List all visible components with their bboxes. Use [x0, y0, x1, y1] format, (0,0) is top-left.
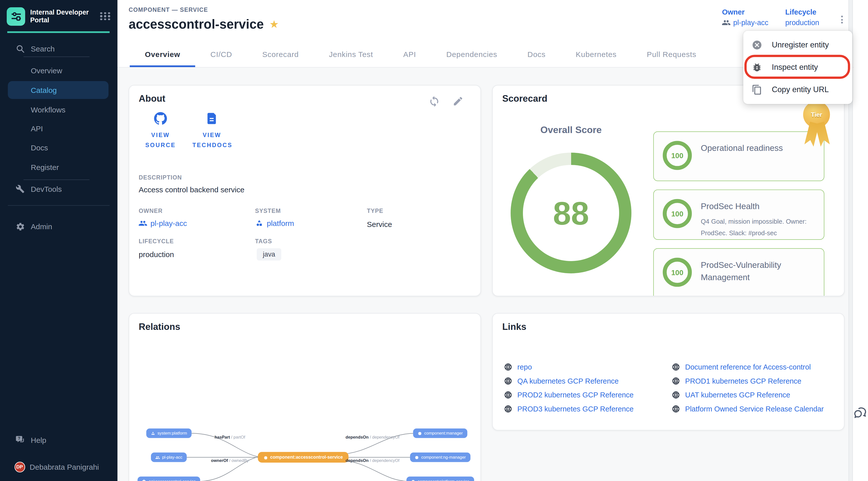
copy-icon — [752, 84, 762, 95]
sidebar-item-devtools[interactable]: DevTools — [0, 181, 118, 197]
sidebar-item-overview[interactable]: Overview — [8, 62, 108, 79]
link-document-reference[interactable]: Document reference for Access-control — [672, 363, 824, 371]
view-techdocs-link[interactable]: VIEW TECHDOCS — [188, 112, 235, 150]
score-item-prodsec-vulnerability[interactable]: 100 ProdSec-Vulnerability Management — [653, 248, 824, 296]
type-field-value: Service — [367, 220, 392, 228]
tab-kubernetes[interactable]: Kubernetes — [561, 42, 632, 67]
scorecard-card: Scorecard Overall Score 88 Tier 100 Oper… — [492, 85, 845, 296]
chip-icon — [414, 455, 419, 460]
tab-scorecard[interactable]: Scorecard — [247, 42, 314, 67]
score-item-prodsec-health[interactable]: 100 ProdSec Health Q4 Goal, mission impo… — [653, 190, 824, 240]
app-title: Internal Developer Portal — [30, 8, 95, 24]
tab-jenkins-test[interactable]: Jenkins Test — [314, 42, 388, 67]
edge-label-dependson-1: dependsOn / dependencyOf — [346, 435, 400, 440]
sidebar-divider — [8, 205, 110, 205]
graph-node-component-accesscontrol-service[interactable]: component:accesscontrol-service — [258, 452, 348, 462]
globe-icon — [672, 363, 680, 371]
sidebar-item-help[interactable]: ? Help — [0, 431, 118, 448]
link-prod1-kubernetes[interactable]: PROD1 kubernetes GCP Reference — [672, 377, 824, 385]
owner-label: Owner — [722, 8, 769, 16]
edge-label-haspart: hasPart / partOf — [215, 435, 245, 440]
chip-icon — [264, 455, 268, 460]
user-avatar: DP — [14, 461, 25, 473]
graph-node-component-manager[interactable]: component:manager — [413, 428, 467, 438]
score-item-operational-readiness[interactable]: 100 Operational readiness — [653, 131, 824, 181]
tab-dependencies[interactable]: Dependencies — [431, 42, 513, 67]
page-title: accesscontrol-service — [129, 17, 264, 32]
group-icon — [138, 219, 147, 227]
edit-button[interactable] — [452, 96, 465, 108]
overall-score-gauge: 88 — [510, 153, 631, 274]
graph-node-system-platform[interactable]: system:platform — [146, 428, 191, 438]
sidebar-item-label: Overview — [31, 66, 62, 74]
tab-docs[interactable]: Docs — [513, 42, 561, 67]
link-uat-kubernetes[interactable]: UAT kubernetes GCP Reference — [672, 391, 824, 399]
link-prod3-kubernetes[interactable]: PROD3 kubernetes GCP Reference — [504, 405, 672, 413]
graph-node-component-ng-manager[interactable]: component:ng-manager — [410, 453, 470, 462]
help-chat-icon: ? — [14, 434, 26, 446]
tab-api[interactable]: API — [388, 42, 431, 67]
sidebar-item-api[interactable]: API — [8, 120, 108, 137]
edge-label-dependson-2: dependsOn / dependencyOf — [346, 458, 400, 463]
menu-item-inspect-entity[interactable]: Inspect entity — [743, 56, 852, 78]
owner-value: pl-play-acc — [733, 18, 768, 27]
lifecycle-value: production — [785, 18, 819, 27]
apps-grid-icon[interactable] — [100, 12, 111, 20]
lifecycle-label: Lifecycle — [785, 8, 819, 16]
relations-graph: system:platform pl-play-acc api:accessco… — [129, 314, 481, 481]
puzzle-icon — [142, 479, 147, 481]
view-source-link[interactable]: VIEW SOURCE — [137, 112, 184, 150]
graph-node-api-accesscontrol[interactable]: api:accesscontrol-service — [137, 477, 200, 481]
tab-cicd[interactable]: CI/CD — [195, 42, 247, 67]
owner-link[interactable]: pl-play-acc — [722, 18, 769, 27]
sidebar-item-label: Catalog — [31, 86, 57, 94]
owner-field-link[interactable]: pl-play-acc — [138, 219, 187, 227]
sidebar-item-label: Search — [31, 44, 55, 53]
graph-node-component-platform-service[interactable]: component:platform-service — [406, 477, 474, 481]
sidebar-item-catalog[interactable]: Catalog — [8, 81, 108, 99]
entity-more-menu-button[interactable] — [836, 12, 848, 27]
entity-context-menu: Unregister entity Inspect entity Copy en… — [743, 31, 852, 104]
sidebar-user[interactable]: DP Debabrata Panigrahi — [0, 457, 118, 477]
score-ring: 100 — [663, 199, 692, 228]
menu-item-label: Copy entity URL — [772, 85, 829, 94]
system-icon — [151, 431, 155, 436]
chat-bubbles-icon[interactable] — [852, 405, 868, 420]
link-release-calendar[interactable]: Platform Owned Service Release Calendar — [672, 405, 824, 413]
sidebar-item-admin[interactable]: Admin — [0, 218, 118, 235]
menu-item-copy-entity-url[interactable]: Copy entity URL — [743, 78, 852, 101]
sidebar: Internal Developer Portal Search Overvie… — [0, 0, 118, 481]
globe-icon — [504, 377, 512, 385]
scorecard-title: Scorecard — [502, 93, 548, 104]
description-value: Access control backend service — [138, 186, 244, 194]
link-prod2-kubernetes[interactable]: PROD2 kubernetes GCP Reference — [504, 391, 672, 399]
favorite-star-icon[interactable]: ★ — [270, 18, 279, 31]
score-item-title: ProdSec Health — [701, 200, 812, 213]
system-field-link[interactable]: platform — [255, 219, 294, 227]
lifecycle-field-value: production — [138, 251, 174, 259]
avatar-initials: DP — [14, 461, 25, 472]
lifecycle-meta: Lifecycle production — [785, 8, 819, 27]
link-repo[interactable]: repo — [504, 363, 672, 371]
overall-score-label: Overall Score — [526, 125, 616, 136]
tab-pull-requests[interactable]: Pull Requests — [632, 42, 711, 67]
menu-item-unregister-entity[interactable]: Unregister entity — [743, 34, 852, 56]
refresh-button[interactable] — [429, 96, 441, 108]
sidebar-item-workflows[interactable]: Workflows — [8, 101, 108, 119]
graph-node-pl-play-acc[interactable]: pl-play-acc — [151, 453, 187, 462]
tab-overview[interactable]: Overview — [130, 42, 195, 67]
globe-icon — [504, 405, 512, 413]
techdocs-icon — [205, 112, 218, 125]
sidebar-item-register[interactable]: Register — [8, 158, 108, 176]
sidebar-divider — [24, 57, 90, 57]
lifecycle-field-label: LIFECYCLE — [138, 237, 174, 244]
globe-icon — [504, 363, 512, 371]
sidebar-item-docs[interactable]: Docs — [8, 138, 108, 156]
sidebar-item-search[interactable]: Search — [0, 40, 118, 57]
link-qa-kubernetes[interactable]: QA kubernetes GCP Reference — [504, 377, 672, 385]
app-logo-row[interactable]: Internal Developer Portal — [0, 0, 118, 32]
owner-meta: Owner pl-play-acc — [722, 8, 769, 27]
links-card: Links repo QA kubernetes GCP Reference — [492, 313, 845, 430]
sidebar-item-label: Register — [31, 163, 59, 171]
user-name: Debabrata Panigrahi — [30, 463, 99, 471]
